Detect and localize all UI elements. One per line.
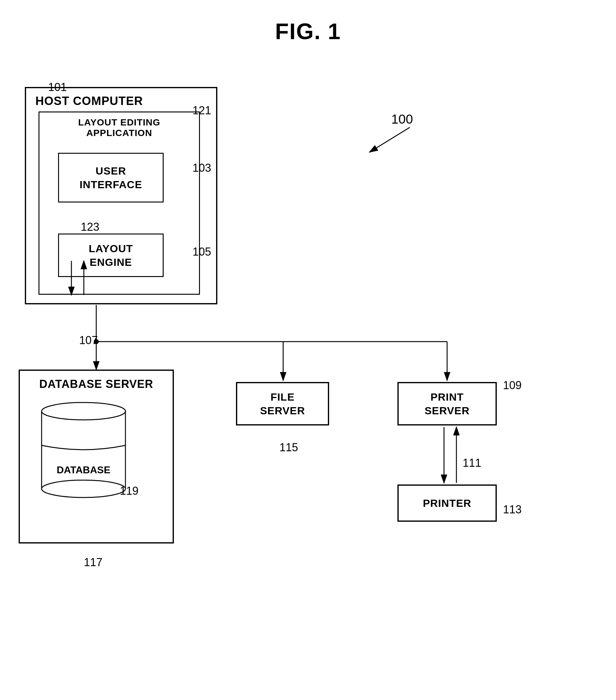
ref-113: 113 xyxy=(503,503,521,516)
user-interface-label: USERINTERFACE xyxy=(79,164,142,191)
ref-111: 111 xyxy=(463,457,481,470)
db-server-box: DATABASE SERVER DATABASE xyxy=(18,370,174,543)
ref-107: 107 xyxy=(79,334,98,347)
ref-105: 105 xyxy=(192,245,211,258)
database-cylinder-svg: DATABASE xyxy=(38,399,131,508)
ref-101: 101 xyxy=(48,81,67,94)
host-computer-box: HOST COMPUTER LAYOUT EDITINGAPPLICATION … xyxy=(25,87,217,304)
ref-100: 100 xyxy=(391,112,413,127)
ref-103: 103 xyxy=(192,162,211,175)
layout-engine-box: LAYOUTENGINE xyxy=(58,234,164,277)
printer-box: PRINTER xyxy=(398,485,497,522)
printer-label: PRINTER xyxy=(423,497,471,509)
file-server-box: FILESERVER xyxy=(236,382,329,425)
ref-117: 117 xyxy=(84,556,102,569)
db-server-label: DATABASE SERVER xyxy=(39,378,153,391)
ref-115: 115 xyxy=(279,441,298,454)
user-interface-box: USERINTERFACE xyxy=(58,153,164,202)
svg-line-19 xyxy=(369,127,410,152)
ref-123: 123 xyxy=(81,221,99,234)
ref-119: 119 xyxy=(120,485,138,498)
file-server-label: FILESERVER xyxy=(260,390,305,417)
layout-app-box: LAYOUT EDITINGAPPLICATION USERINTERFACE … xyxy=(38,112,200,295)
ref-121: 121 xyxy=(192,104,211,117)
figure-title: FIG. 1 xyxy=(0,0,616,44)
host-computer-label: HOST COMPUTER xyxy=(35,95,143,108)
svg-point-3 xyxy=(42,480,125,498)
diagram-area: 100 HOST COMPUTER LAYOUT EDITINGAPPLICAT… xyxy=(0,40,616,692)
layout-engine-label: LAYOUTENGINE xyxy=(89,242,133,269)
ref-109: 109 xyxy=(503,379,521,392)
svg-point-4 xyxy=(42,402,125,420)
layout-app-label: LAYOUT EDITINGAPPLICATION xyxy=(78,117,161,138)
svg-text:DATABASE: DATABASE xyxy=(56,464,110,475)
print-server-label: PRINTSERVER xyxy=(425,390,469,417)
print-server-box: PRINTSERVER xyxy=(398,382,497,425)
